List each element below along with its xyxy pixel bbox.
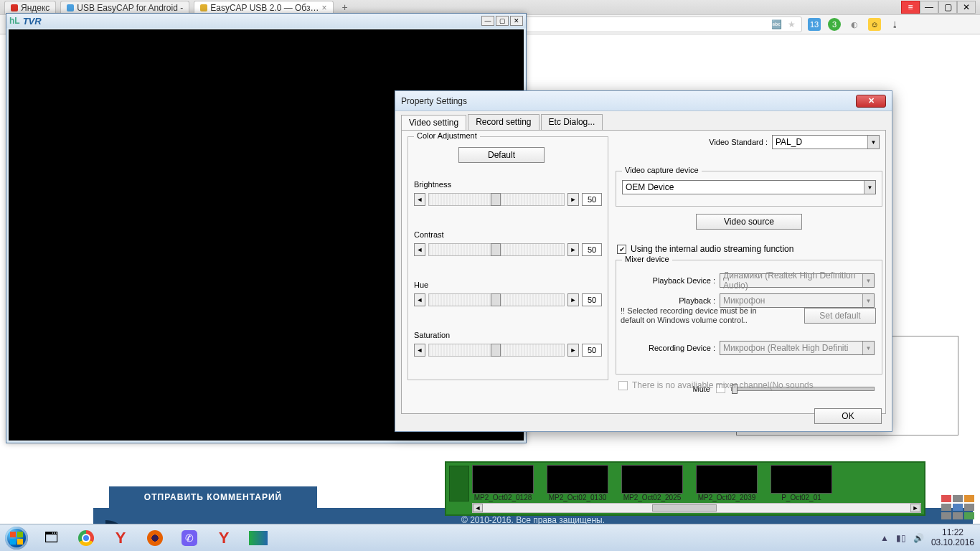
browser-tab-0[interactable]: Яндекс: [4, 1, 56, 14]
slider-thumb[interactable]: [491, 193, 501, 206]
clock-date: 03.10.2016: [931, 538, 974, 547]
video-standard-row: Video Standard : PAL_D ▼: [616, 135, 880, 149]
clock-time: 11:22: [931, 528, 974, 537]
download-icon[interactable]: ⭳: [888, 18, 901, 31]
slider-track[interactable]: [428, 193, 565, 206]
thumb-0[interactable]: MP2_Oct02_0128: [472, 465, 534, 501]
slider-label: Saturation: [414, 331, 602, 339]
browser-tab-2[interactable]: EasyCAP USB 2.0 — Обз… ×: [194, 1, 333, 14]
submit-comment-button[interactable]: ОТПРАВИТЬ КОММЕНТАРИЙ: [109, 486, 317, 508]
slider-left-icon[interactable]: ◄: [414, 293, 425, 306]
slider-left-icon[interactable]: ◄: [414, 344, 425, 357]
minimize-button[interactable]: —: [920, 1, 938, 14]
video-capture-device-combo[interactable]: OEM Device ▼: [622, 180, 876, 194]
slider-left-icon[interactable]: ◄: [414, 193, 425, 206]
slider-right-icon[interactable]: ►: [567, 344, 579, 357]
combo-value: Микрофон (Realtek High Definiti: [723, 343, 849, 353]
taskbar-icon-viber[interactable]: ✆: [174, 527, 205, 550]
new-tab-button[interactable]: +: [338, 1, 352, 13]
taskbar-icon-yandex[interactable]: Y: [105, 527, 136, 550]
extension-icon-4[interactable]: ☺: [868, 18, 881, 31]
dialog-close-button[interactable]: ✕: [856, 95, 886, 108]
tvr-close-button[interactable]: ✕: [510, 16, 523, 26]
slider-left-icon[interactable]: ◄: [414, 243, 425, 256]
thumb-4[interactable]: P_Oct02_01: [771, 465, 832, 501]
recording-note: !! Selected recording device must be in …: [621, 306, 771, 325]
tvr-title-text: TVR: [23, 16, 42, 27]
slider-track[interactable]: [428, 293, 565, 306]
video-standard-combo[interactable]: PAL_D ▼: [772, 135, 880, 149]
extension-icon-1[interactable]: 13: [808, 18, 821, 31]
bookmark-icon[interactable]: ★: [788, 19, 796, 29]
thumb-scrollbar[interactable]: ◄ ►: [472, 503, 921, 513]
button-label: Set default: [819, 311, 860, 321]
hue-slider: Hue ◄ ► 50: [414, 281, 602, 306]
thumb-2[interactable]: MP2_Oct02_2025: [621, 465, 683, 501]
strip-icon[interactable]: [449, 466, 469, 501]
slider-label: Hue: [414, 281, 602, 289]
default-button[interactable]: Default: [458, 147, 545, 163]
translate-icon[interactable]: 🔤: [771, 19, 782, 29]
button-label: OK: [842, 411, 854, 421]
thumb-1[interactable]: MP2_Oct02_0130: [547, 465, 608, 501]
slider-thumb[interactable]: [491, 243, 501, 256]
taskbar: 🗔 Y ✆ Y ▲ ▮▯ 🔊 11:22 03.10.2016: [0, 524, 980, 551]
taskbar-icon-firefox[interactable]: [139, 527, 171, 550]
tray-chevron-icon[interactable]: ▲: [880, 533, 889, 543]
menu-button[interactable]: ≡: [901, 1, 920, 14]
thumbnail-strip: MP2_Oct02_0128 MP2_Oct02_0130 MP2_Oct02_…: [445, 461, 925, 516]
scroll-thumb[interactable]: [652, 504, 717, 512]
ok-button[interactable]: OK: [814, 408, 882, 424]
tab-label: Яндекс: [21, 3, 50, 13]
set-default-button: Set default: [804, 308, 876, 324]
contrast-slider: Contrast ◄ ► 50: [414, 230, 602, 256]
slider-thumb[interactable]: [491, 293, 501, 306]
extension-icon-3[interactable]: ◐: [848, 18, 861, 31]
start-button[interactable]: [0, 524, 33, 552]
slider-right-icon[interactable]: ►: [567, 193, 579, 206]
slider-right-icon[interactable]: ►: [567, 243, 579, 256]
slider-value[interactable]: 50: [582, 193, 602, 206]
tab-record-setting[interactable]: Record setting: [468, 114, 539, 130]
tab-row: Video setting Record setting Etc Dialog.…: [401, 114, 886, 130]
color-adjustment-group: Color Adjustment Default Brightness ◄ ► …: [407, 136, 608, 380]
internal-audio-checkbox[interactable]: ✔: [617, 245, 626, 254]
taskbar-icon-chrome[interactable]: [70, 527, 102, 550]
desktop-color-widget[interactable]: [941, 495, 977, 521]
playback-device-combo: Динамики (Realtek High Definition Audio)…: [720, 273, 875, 288]
taskbar-clock[interactable]: 11:22 03.10.2016: [931, 528, 974, 547]
tray-network-icon[interactable]: ▮▯: [896, 533, 906, 543]
video-source-button[interactable]: Video source: [696, 214, 802, 230]
taskbar-icon-explorer[interactable]: 🗔: [36, 527, 67, 550]
tab-etc-dialog[interactable]: Etc Dialog...: [541, 114, 603, 130]
maximize-button[interactable]: ▢: [938, 1, 957, 14]
slider-value[interactable]: 50: [582, 344, 602, 357]
dialog-titlebar[interactable]: Property Settings ✕: [395, 91, 892, 111]
slider-value[interactable]: 50: [582, 243, 602, 256]
browser-tab-1[interactable]: USB EasyCAP for Android -: [60, 1, 189, 14]
taskbar-icon-yandex-browser[interactable]: Y: [208, 527, 240, 550]
scroll-left-icon[interactable]: ◄: [473, 504, 483, 512]
slider-track[interactable]: [428, 243, 565, 256]
tab-label: Video setting: [409, 118, 458, 128]
thumbs: MP2_Oct02_0128 MP2_Oct02_0130 MP2_Oct02_…: [472, 466, 921, 501]
slider-label: Brightness: [414, 180, 602, 189]
tvr-minimize-button[interactable]: —: [481, 16, 494, 26]
close-button[interactable]: ✕: [957, 1, 976, 14]
close-icon[interactable]: ×: [321, 3, 326, 13]
tab-video-setting[interactable]: Video setting: [401, 115, 466, 131]
tvr-titlebar[interactable]: hL TVR — ▢ ✕: [6, 14, 526, 28]
slider-value[interactable]: 50: [582, 293, 602, 306]
extension-icon-2[interactable]: 3: [828, 18, 841, 31]
slider-track[interactable]: [428, 344, 565, 357]
taskbar-icon-app[interactable]: [242, 527, 274, 550]
group-title: Color Adjustment: [414, 131, 480, 140]
tray-volume-icon[interactable]: 🔊: [913, 533, 924, 543]
browser-tab-strip: Яндекс USB EasyCAP for Android - EasyCAP…: [0, 0, 980, 14]
slider-thumb[interactable]: [491, 344, 501, 357]
slider-right-icon[interactable]: ►: [567, 293, 579, 306]
tvr-maximize-button[interactable]: ▢: [496, 16, 509, 26]
scroll-right-icon[interactable]: ►: [910, 504, 920, 512]
thumb-3[interactable]: MP2_Oct02_2039: [696, 465, 758, 501]
tab-content: Color Adjustment Default Brightness ◄ ► …: [401, 130, 886, 414]
